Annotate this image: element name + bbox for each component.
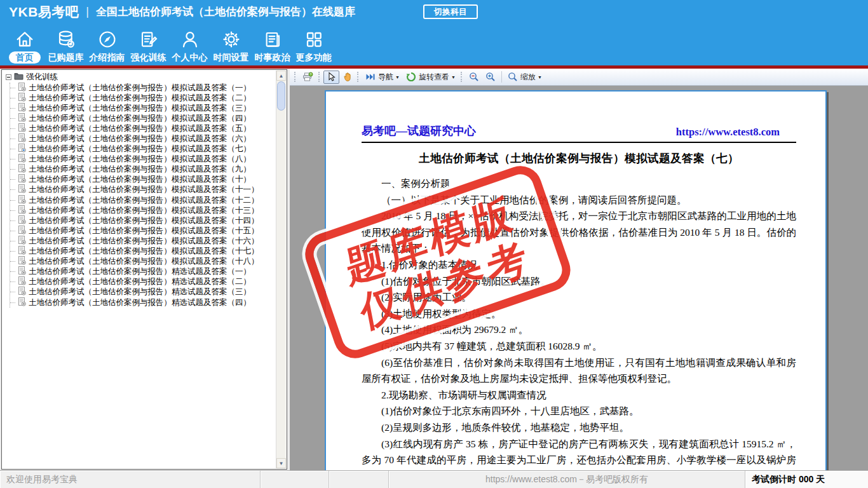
tree-item[interactable]: 土地估价师考试（土地估价案例与报告）模拟试题及答案（五） <box>10 123 275 133</box>
toolbar-grip <box>357 72 359 82</box>
nav-item-time-settings[interactable]: 时间设置 <box>210 24 252 64</box>
main-area: 强化训练 土地估价师考试（土地估价案例与报告）模拟试题及答案（一） 土地估价师考… <box>0 69 868 470</box>
tree-item[interactable]: 土地估价师考试（土地估价案例与报告）模拟试题及答案（十二） <box>10 195 275 205</box>
tree-collapse-icon[interactable] <box>6 74 11 80</box>
tree-item-label: 土地估价师考试（土地估价案例与报告）模拟试题及答案（四） <box>29 113 251 124</box>
nav-item-purchased-banks[interactable]: 已购题库 <box>45 24 86 64</box>
document-paragraph: (3)红线内现有房产 35 栋，房产证中登记的房产已有两栋灭失，现有建筑面积总计… <box>362 436 796 471</box>
scroll-up-icon[interactable]: ▲ <box>276 71 286 81</box>
home-icon <box>15 29 35 50</box>
document-paragraph: (6)至估价基准日，估价对象尚未取得国有土地使用证，只有国有土地地籍调查成果确认… <box>362 355 796 387</box>
document-paragraph: (1)估价对象位于北京东南四环外，十八里店地区，武基路。 <box>362 403 796 419</box>
exam-paper-icon <box>18 236 26 247</box>
document-paragraph: （一）以下是某个关于工业用地估价的案例，请阅读后回答所提问题。 <box>362 192 796 208</box>
document-header: 易考吧—试题研究中心 https://www.etest8.com <box>362 123 796 139</box>
nav-item-more-features[interactable]: 更多功能 <box>293 24 334 64</box>
tree-item-label: 土地估价师考试（土地估价案例与报告）模拟试题及答案（六） <box>29 133 251 144</box>
tree-item-label: 土地估价师考试（土地估价案例与报告）精选试题及答案（三） <box>29 287 251 297</box>
exam-countdown: 考试倒计时 000 天 <box>745 471 868 488</box>
tree-scrollbar[interactable]: ▲ ▼ <box>276 71 286 468</box>
tree-children: 土地估价师考试（土地估价案例与报告）模拟试题及答案（一） 土地估价师考试（土地估… <box>10 83 275 308</box>
scroll-down-icon[interactable]: ▼ <box>276 458 286 468</box>
tree-item[interactable]: 土地估价师考试（土地估价案例与报告）模拟试题及答案（三） <box>10 103 275 113</box>
tree-item[interactable]: 土地估价师考试（土地估价案例与报告）模拟试题及答案（十三） <box>10 205 275 215</box>
hand-pan-button[interactable] <box>339 71 355 84</box>
tree-item-label: 土地估价师考试（土地估价案例与报告）模拟试题及答案（十二） <box>29 195 259 206</box>
doc-header-brand: 易考吧—试题研究中心 <box>362 123 476 139</box>
switch-subject-button[interactable]: 切换科目 <box>423 4 478 19</box>
document-paragraph: (3)土地使用权类型为待定。 <box>362 306 796 322</box>
viewer-canvas[interactable]: 易考吧 www.etest8.com 易考吧—试题研究中心 https://ww… <box>290 86 868 470</box>
tree-item-label: 土地估价师考试（土地估价案例与报告）模拟试题及答案（五） <box>29 123 251 134</box>
nav-item-personal-center[interactable]: 个人中心 <box>169 24 210 64</box>
nav-item-guide[interactable]: 介绍指南 <box>86 24 128 64</box>
toolbar-grip <box>461 72 463 82</box>
app-logo: YKB易考吧 <box>9 3 79 21</box>
exam-paper-icon <box>18 226 26 236</box>
scrollbar-track[interactable] <box>276 111 286 458</box>
document-paragraph: (2)呈规则多边形，地质条件较优，地基稳定，地势平坦。 <box>362 419 796 436</box>
zoom-out-button[interactable] <box>466 71 482 84</box>
exam-paper-icon <box>18 276 26 287</box>
select-cursor-button[interactable] <box>323 71 339 84</box>
tree-item[interactable]: 土地估价师考试（土地估价案例与报告）模拟试题及答案（七） <box>10 144 275 154</box>
tree-item-label: 土地估价师考试（土地估价案例与报告）模拟试题及答案（十八） <box>29 256 259 267</box>
document-paragraph: 1.估价对象的基本情况 <box>362 257 796 273</box>
tree-item-label: 土地估价师考试（土地估价案例与报告）模拟试题及答案（八） <box>29 154 251 165</box>
tree-item[interactable]: 土地估价师考试（土地估价案例与报告）精选试题及答案（四） <box>10 297 275 308</box>
exam-paper-icon <box>18 93 26 104</box>
tree-item-label: 土地估价师考试（土地估价案例与报告）模拟试题及答案（三） <box>29 103 251 114</box>
folder-icon <box>14 72 24 82</box>
tree-item-label: 土地估价师考试（土地估价案例与报告）精选试题及答案（二） <box>29 276 251 287</box>
document-viewer: ? 导航 ▼ 旋转查看 ▼ <box>290 69 868 470</box>
database-icon <box>56 29 76 50</box>
tree-item[interactable]: 土地估价师考试（土地估价案例与报告）模拟试题及答案（十五） <box>10 226 275 236</box>
tree-item[interactable]: 土地估价师考试（土地估价案例与报告）精选试题及答案（二） <box>10 277 275 287</box>
scrollbar-thumb[interactable] <box>277 81 285 111</box>
tree-item[interactable]: 土地估价师考试（土地估价案例与报告）模拟试题及答案（二） <box>10 93 275 103</box>
document-paragraph: (2)实际用途为工业。 <box>362 289 796 306</box>
zoom-in-button[interactable] <box>482 71 499 84</box>
exam-paper-icon <box>18 297 26 308</box>
document-paragraph: 一、案例分析题 <box>362 175 796 192</box>
tree-item[interactable]: 土地估价师考试（土地估价案例与报告）模拟试题及答案（八） <box>10 154 275 165</box>
tree-item-label: 土地估价师考试（土地估价案例与报告）模拟试题及答案（二） <box>29 93 251 104</box>
tree-item[interactable]: 土地估价师考试（土地估价案例与报告）精选试题及答案（三） <box>10 287 275 297</box>
tree-item[interactable]: 土地估价师考试（土地估价案例与报告）模拟试题及答案（十六） <box>10 236 275 246</box>
navigate-label: 导航 <box>378 72 393 83</box>
navigate-button[interactable]: 导航 ▼ <box>362 71 403 84</box>
tree-item-label: 土地估价师考试（土地估价案例与报告）模拟试题及答案（十四） <box>29 215 259 226</box>
question-tree-panel: 强化训练 土地估价师考试（土地估价案例与报告）模拟试题及答案（一） 土地估价师考… <box>1 69 287 470</box>
tree-root-intensive-training[interactable]: 强化训练 <box>4 71 275 83</box>
chevron-down-icon: ▼ <box>538 75 542 79</box>
tree-item-label: 土地估价师考试（土地估价案例与报告）模拟试题及答案（十六） <box>29 236 259 247</box>
exam-paper-icon <box>18 133 26 144</box>
document-paragraph: (1)估价对象位于北京市朝阳区武基路。 <box>362 273 796 290</box>
tree-item[interactable]: 土地估价师考试（土地估价案例与报告）模拟试题及答案（四） <box>10 113 275 123</box>
tree-item[interactable]: 土地估价师考试（土地估价案例与报告）模拟试题及答案（六） <box>10 133 275 144</box>
tree-body: 强化训练 土地估价师考试（土地估价案例与报告）模拟试题及答案（一） 土地估价师考… <box>4 71 275 468</box>
tree-item[interactable]: 土地估价师考试（土地估价案例与报告）模拟试题及答案（十一） <box>10 185 275 195</box>
tree-item-label: 土地估价师考试（土地估价案例与报告）模拟试题及答案（十五） <box>29 226 259 236</box>
tree-root-label: 强化训练 <box>26 72 58 83</box>
tree-item[interactable]: 土地估价师考试（土地估价案例与报告）模拟试题及答案（九） <box>10 165 275 175</box>
zoom-level-button[interactable]: 缩放 ▼ <box>505 71 545 84</box>
nav-item-current-affairs[interactable]: 时事政治 <box>252 24 293 64</box>
document-title: 土地估价师考试（土地估价案例与报告）模拟试题及答案（七） <box>362 151 796 166</box>
nav-item-intensive-training[interactable]: 强化训练 <box>128 24 169 64</box>
toolbar-grip <box>294 72 296 82</box>
tree-item[interactable]: 土地估价师考试（土地估价案例与报告）模拟试题及答案（十七） <box>10 247 275 257</box>
exam-paper-icon <box>18 154 26 165</box>
statusbar: 欢迎使用易考宝典 https://www.etest8.com－易考吧版权所有 … <box>0 470 868 488</box>
print-button[interactable]: ? <box>299 71 316 84</box>
toolbar-separator <box>501 71 502 83</box>
tree-item[interactable]: 土地估价师考试（土地估价案例与报告）模拟试题及答案（十四） <box>10 215 275 226</box>
tree-item[interactable]: 土地估价师考试（土地估价案例与报告）精选试题及答案（一） <box>10 267 275 277</box>
tree-item[interactable]: 土地估价师考试（土地估价案例与报告）模拟试题及答案（十八） <box>10 257 275 267</box>
nav-item-home[interactable]: 首页 <box>4 24 45 64</box>
exam-paper-icon <box>18 246 26 257</box>
tree-item[interactable]: 土地估价师考试（土地估价案例与报告）模拟试题及答案（一） <box>10 83 275 93</box>
rotate-view-button[interactable]: 旋转查看 ▼ <box>403 71 459 84</box>
exam-paper-icon <box>18 266 26 277</box>
tree-item[interactable]: 土地估价师考试（土地估价案例与报告）模拟试题及答案（十） <box>10 175 275 185</box>
